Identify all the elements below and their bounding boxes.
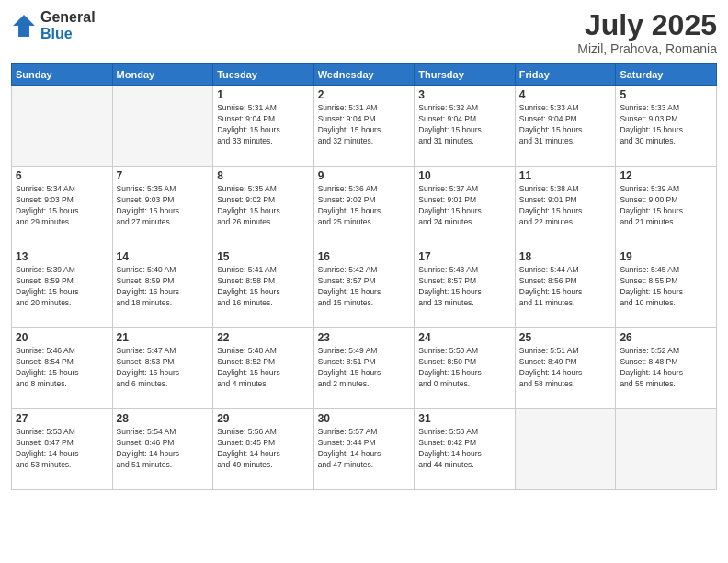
day-number: 22 (217, 331, 310, 344)
day-info: Sunrise: 5:35 AM Sunset: 9:02 PM Dayligh… (217, 184, 310, 228)
day-cell: 24Sunrise: 5:50 AM Sunset: 8:50 PM Dayli… (415, 328, 516, 409)
day-cell: 25Sunrise: 5:51 AM Sunset: 8:49 PM Dayli… (515, 328, 616, 409)
day-info: Sunrise: 5:51 AM Sunset: 8:49 PM Dayligh… (519, 346, 612, 390)
day-info: Sunrise: 5:58 AM Sunset: 8:42 PM Dayligh… (418, 427, 511, 471)
day-cell: 23Sunrise: 5:49 AM Sunset: 8:51 PM Dayli… (313, 328, 415, 409)
day-number: 19 (620, 250, 712, 263)
day-info: Sunrise: 5:33 AM Sunset: 9:03 PM Dayligh… (620, 103, 712, 147)
day-info: Sunrise: 5:38 AM Sunset: 9:01 PM Dayligh… (519, 184, 612, 228)
day-cell: 13Sunrise: 5:39 AM Sunset: 8:59 PM Dayli… (12, 247, 113, 328)
logo-blue-text: Blue (40, 26, 96, 42)
th-monday: Monday (112, 64, 213, 86)
day-number: 11 (519, 169, 612, 182)
th-friday: Friday (515, 64, 616, 86)
page-header: General Blue July 2025 Mizil, Prahova, R… (11, 9, 717, 56)
day-cell: 27Sunrise: 5:53 AM Sunset: 8:47 PM Dayli… (12, 409, 113, 490)
th-thursday: Thursday (415, 64, 516, 86)
day-number: 18 (519, 250, 612, 263)
logo: General Blue (11, 9, 96, 41)
day-number: 21 (117, 331, 210, 344)
day-info: Sunrise: 5:46 AM Sunset: 8:54 PM Dayligh… (16, 346, 108, 390)
day-cell: 20Sunrise: 5:46 AM Sunset: 8:54 PM Dayli… (12, 328, 113, 409)
day-number: 3 (418, 88, 511, 101)
day-cell: 21Sunrise: 5:47 AM Sunset: 8:53 PM Dayli… (112, 328, 213, 409)
day-number: 7 (117, 169, 210, 182)
day-number: 28 (117, 412, 210, 425)
day-cell: 8Sunrise: 5:35 AM Sunset: 9:02 PM Daylig… (213, 167, 314, 247)
day-cell: 7Sunrise: 5:35 AM Sunset: 9:03 PM Daylig… (112, 167, 213, 247)
day-info: Sunrise: 5:31 AM Sunset: 9:04 PM Dayligh… (217, 103, 310, 147)
day-cell: 6Sunrise: 5:34 AM Sunset: 9:03 PM Daylig… (12, 167, 113, 247)
day-number: 13 (16, 250, 108, 263)
day-cell: 19Sunrise: 5:45 AM Sunset: 8:55 PM Dayli… (616, 247, 717, 328)
day-cell: 3Sunrise: 5:32 AM Sunset: 9:04 PM Daylig… (415, 86, 516, 167)
day-number: 12 (620, 169, 712, 182)
calendar-header: Sunday Monday Tuesday Wednesday Thursday… (12, 64, 717, 86)
logo-icon (11, 13, 37, 39)
day-info: Sunrise: 5:48 AM Sunset: 8:52 PM Dayligh… (217, 346, 310, 390)
week-row-1: 1Sunrise: 5:31 AM Sunset: 9:04 PM Daylig… (12, 86, 717, 167)
day-number: 17 (418, 250, 511, 263)
day-info: Sunrise: 5:41 AM Sunset: 8:58 PM Dayligh… (217, 265, 310, 309)
week-row-2: 6Sunrise: 5:34 AM Sunset: 9:03 PM Daylig… (12, 167, 717, 247)
day-info: Sunrise: 5:50 AM Sunset: 8:50 PM Dayligh… (418, 346, 511, 390)
logo-text: General Blue (40, 9, 96, 41)
logo-general-text: General (40, 9, 96, 26)
week-row-4: 20Sunrise: 5:46 AM Sunset: 8:54 PM Dayli… (12, 328, 717, 409)
day-cell: 5Sunrise: 5:33 AM Sunset: 9:03 PM Daylig… (616, 86, 717, 167)
day-info: Sunrise: 5:40 AM Sunset: 8:59 PM Dayligh… (117, 265, 210, 309)
day-info: Sunrise: 5:57 AM Sunset: 8:44 PM Dayligh… (318, 427, 411, 471)
day-cell: 14Sunrise: 5:40 AM Sunset: 8:59 PM Dayli… (112, 247, 213, 328)
day-cell: 28Sunrise: 5:54 AM Sunset: 8:46 PM Dayli… (112, 409, 213, 490)
day-number: 2 (318, 88, 411, 101)
day-info: Sunrise: 5:56 AM Sunset: 8:45 PM Dayligh… (217, 427, 310, 471)
day-cell: 17Sunrise: 5:43 AM Sunset: 8:57 PM Dayli… (415, 247, 516, 328)
day-number: 9 (318, 169, 411, 182)
day-cell: 18Sunrise: 5:44 AM Sunset: 8:56 PM Dayli… (515, 247, 616, 328)
day-number: 4 (519, 88, 612, 101)
day-number: 8 (217, 169, 310, 182)
day-info: Sunrise: 5:32 AM Sunset: 9:04 PM Dayligh… (418, 103, 511, 147)
day-number: 23 (318, 331, 411, 344)
day-number: 1 (217, 88, 310, 101)
day-info: Sunrise: 5:44 AM Sunset: 8:56 PM Dayligh… (519, 265, 612, 309)
day-info: Sunrise: 5:49 AM Sunset: 8:51 PM Dayligh… (318, 346, 411, 390)
day-cell: 1Sunrise: 5:31 AM Sunset: 9:04 PM Daylig… (213, 86, 314, 167)
calendar-table: Sunday Monday Tuesday Wednesday Thursday… (11, 63, 717, 490)
day-cell: 11Sunrise: 5:38 AM Sunset: 9:01 PM Dayli… (515, 167, 616, 247)
th-tuesday: Tuesday (213, 64, 314, 86)
day-number: 16 (318, 250, 411, 263)
day-number: 24 (418, 331, 511, 344)
calendar-body: 1Sunrise: 5:31 AM Sunset: 9:04 PM Daylig… (12, 86, 717, 490)
day-info: Sunrise: 5:37 AM Sunset: 9:01 PM Dayligh… (418, 184, 511, 228)
day-cell: 30Sunrise: 5:57 AM Sunset: 8:44 PM Dayli… (313, 409, 415, 490)
day-number: 25 (519, 331, 612, 344)
th-wednesday: Wednesday (313, 64, 415, 86)
day-cell (112, 86, 213, 167)
day-number: 10 (418, 169, 511, 182)
day-info: Sunrise: 5:53 AM Sunset: 8:47 PM Dayligh… (16, 427, 108, 471)
title-section: July 2025 Mizil, Prahova, Romania (577, 9, 717, 56)
day-number: 6 (16, 169, 108, 182)
day-info: Sunrise: 5:36 AM Sunset: 9:02 PM Dayligh… (318, 184, 411, 228)
day-info: Sunrise: 5:33 AM Sunset: 9:04 PM Dayligh… (519, 103, 612, 147)
week-row-3: 13Sunrise: 5:39 AM Sunset: 8:59 PM Dayli… (12, 247, 717, 328)
month-title: July 2025 (577, 9, 717, 41)
day-cell: 22Sunrise: 5:48 AM Sunset: 8:52 PM Dayli… (213, 328, 314, 409)
day-number: 29 (217, 412, 310, 425)
weekday-row: Sunday Monday Tuesday Wednesday Thursday… (12, 64, 717, 86)
day-info: Sunrise: 5:52 AM Sunset: 8:48 PM Dayligh… (620, 346, 712, 390)
day-cell (515, 409, 616, 490)
day-cell: 9Sunrise: 5:36 AM Sunset: 9:02 PM Daylig… (313, 167, 415, 247)
day-info: Sunrise: 5:39 AM Sunset: 8:59 PM Dayligh… (16, 265, 108, 309)
day-cell: 31Sunrise: 5:58 AM Sunset: 8:42 PM Dayli… (415, 409, 516, 490)
day-cell: 26Sunrise: 5:52 AM Sunset: 8:48 PM Dayli… (616, 328, 717, 409)
day-info: Sunrise: 5:31 AM Sunset: 9:04 PM Dayligh… (318, 103, 411, 147)
day-info: Sunrise: 5:42 AM Sunset: 8:57 PM Dayligh… (318, 265, 411, 309)
day-number: 26 (620, 331, 712, 344)
day-info: Sunrise: 5:54 AM Sunset: 8:46 PM Dayligh… (117, 427, 210, 471)
day-number: 31 (418, 412, 511, 425)
th-saturday: Saturday (616, 64, 717, 86)
day-info: Sunrise: 5:47 AM Sunset: 8:53 PM Dayligh… (117, 346, 210, 390)
day-number: 14 (117, 250, 210, 263)
